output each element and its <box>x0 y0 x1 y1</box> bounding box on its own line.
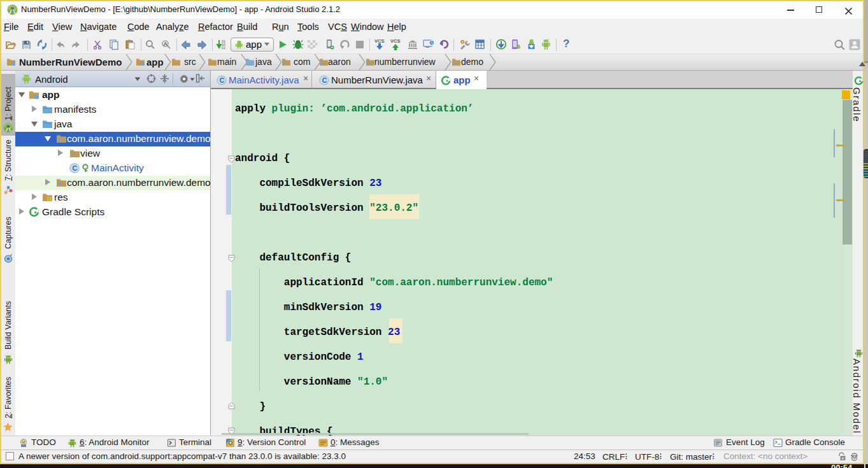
svg-text:A: A <box>164 41 168 47</box>
svg-text:01: 01 <box>222 46 225 50</box>
svg-text:C: C <box>322 76 327 84</box>
svg-text:C: C <box>220 76 225 84</box>
svg-text:VCS: VCS <box>390 38 400 44</box>
svg-text:C: C <box>73 164 78 172</box>
svg-text:VCS: VCS <box>374 38 384 44</box>
